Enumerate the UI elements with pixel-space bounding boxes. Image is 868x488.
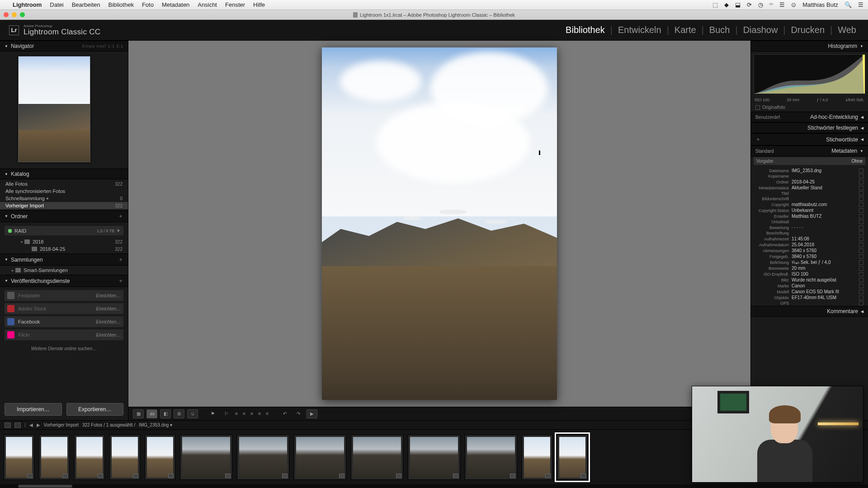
metadata-action-icon[interactable] <box>859 296 863 300</box>
metadata-action-icon[interactable] <box>859 191 863 196</box>
metadata-action-icon[interactable] <box>859 249 863 253</box>
setup-link[interactable]: Einrichten… <box>96 293 121 298</box>
quickdev-header[interactable]: Benutzerdef. Ad-hoc-Entwicklung◀ <box>751 112 868 122</box>
search-icon[interactable]: 🔍 <box>844 1 852 8</box>
module-web[interactable]: Web <box>835 25 859 35</box>
metadata-row[interactable]: MarkeCanon <box>751 283 868 289</box>
navigator-header[interactable]: ▼ Navigator Einpa Ausf 1:1 2:1 <box>0 41 128 52</box>
macos-menubar[interactable]: Lightroom Datei Bearbeiten Bibliothek Fo… <box>0 0 868 10</box>
histogram-header[interactable]: Histogramm▼ <box>751 41 868 52</box>
metadata-row[interactable]: Titel <box>751 191 868 196</box>
metadata-row[interactable]: Ortsdetail <box>751 219 868 225</box>
setup-link[interactable]: Einrichten… <box>96 306 121 311</box>
metadata-action-icon[interactable] <box>859 197 863 201</box>
loupe-view-button[interactable]: ▭ <box>146 409 157 418</box>
metadata-row[interactable]: Copyrightmatthiasbutz.com <box>751 202 868 207</box>
collection-row[interactable]: ▸ Smart-Sammlungen <box>0 267 128 274</box>
export-button[interactable]: Exportieren… <box>66 403 124 416</box>
rotate-ccw-icon[interactable]: ↶ <box>279 409 290 418</box>
filmstrip-source[interactable]: Vorheriger Import <box>44 422 79 427</box>
add-collection-icon[interactable]: ＋ <box>118 256 123 263</box>
metadata-action-icon[interactable] <box>859 260 863 265</box>
publish-service-row[interactable]: Adobe StockEinrichten… <box>5 303 123 314</box>
metadata-row[interactable]: Beschriftung <box>751 230 868 236</box>
menu-view[interactable]: Ansicht <box>198 1 217 8</box>
find-more-services-link[interactable]: Weitere Dienste online suchen… <box>0 343 128 354</box>
comments-header[interactable]: Kommentare◀ <box>751 306 868 317</box>
volume-bar[interactable]: RAID 1,5 / 8 TB ▾ <box>5 226 123 235</box>
keywordlist-header[interactable]: ＋ Stichwortliste◀ <box>751 133 868 145</box>
grid-view-button[interactable]: ▦ <box>133 409 144 418</box>
menu-help[interactable]: Hilfe <box>253 1 265 8</box>
metadata-action-icon[interactable] <box>859 254 863 259</box>
module-book[interactable]: Buch <box>707 25 733 35</box>
filmstrip-scrollbar[interactable] <box>0 484 868 488</box>
rating-stars[interactable]: ★ ★ ★ ★ ★ <box>234 411 270 417</box>
traffic-zoom-icon[interactable] <box>20 12 25 17</box>
metadata-row[interactable]: Bildunterschrift <box>751 196 868 202</box>
rotate-cw-icon[interactable]: ↷ <box>293 409 304 418</box>
wifi-icon[interactable]: ⌔ <box>769 1 773 8</box>
metadata-action-icon[interactable] <box>859 169 863 173</box>
filmstrip-thumb[interactable] <box>145 435 175 480</box>
metadata-action-icon[interactable] <box>859 180 863 184</box>
module-library[interactable]: Bibliothek <box>563 25 608 35</box>
menu-photo[interactable]: Foto <box>142 1 154 8</box>
metadata-row[interactable]: Ordner2018-04-25 <box>751 179 868 185</box>
metadata-action-icon[interactable] <box>859 278 863 282</box>
filmstrip-thumb[interactable] <box>237 435 289 480</box>
module-develop[interactable]: Entwickeln <box>615 25 664 35</box>
metadata-row[interactable]: Belichtung¹⁄₆₄₀ Sek. bei ƒ / 4,0 <box>751 259 868 265</box>
navigator-thumbnail[interactable] <box>18 56 90 162</box>
metadata-row[interactable]: Copyright-StatusUnbekannt <box>751 207 868 213</box>
metadata-action-icon[interactable] <box>859 202 863 207</box>
setup-link[interactable]: Einrichten… <box>96 319 121 324</box>
keywording-header[interactable]: Stichwörter festlegen◀ <box>751 122 868 133</box>
people-view-button[interactable]: ☺ <box>187 409 198 418</box>
nav-back-icon[interactable]: ◀ <box>29 422 33 427</box>
metadata-preset-select[interactable]: Vorgabe Ohne <box>754 157 865 165</box>
sync-icon[interactable]: ⟳ <box>747 1 752 8</box>
publish-service-row[interactable]: FacebookEinrichten… <box>5 316 123 327</box>
filmstrip-thumb[interactable] <box>74 435 105 480</box>
filmstrip-thumb[interactable] <box>351 435 403 480</box>
metadata-action-icon[interactable] <box>859 243 863 247</box>
catalog-row[interactable]: Alle synchronisierten Fotos <box>0 188 128 195</box>
metadata-action-icon[interactable] <box>859 220 863 224</box>
metadata-row[interactable]: ModellCanon EOS 5D Mark III <box>751 289 868 295</box>
metadata-action-icon[interactable] <box>859 290 863 294</box>
user-name[interactable]: Matthias Butz <box>802 1 838 8</box>
metadata-row[interactable]: Abmessungen3840 x 5760 <box>751 248 868 253</box>
metadata-header[interactable]: Standard Metadaten▼ <box>751 145 868 156</box>
metadata-row[interactable]: Aufnahmedatum25.04.2018 <box>751 242 868 248</box>
menu-library[interactable]: Bibliothek <box>108 1 134 8</box>
notification-icon[interactable]: ⊙ <box>791 1 796 8</box>
filmstrip-thumb[interactable] <box>557 435 588 480</box>
folder-row[interactable]: ▾2018322 <box>0 238 128 245</box>
flag-reject-icon[interactable]: ⚐ <box>221 409 231 418</box>
metadata-row[interactable]: Bewertung· · · · · <box>751 225 868 230</box>
traffic-close-icon[interactable] <box>4 12 9 17</box>
metadata-row[interactable]: ObjektivEF17-40mm f/4L USM <box>751 295 868 300</box>
filmstrip-thumb[interactable] <box>180 435 232 480</box>
metadata-action-icon[interactable] <box>859 174 863 178</box>
catalog-row[interactable]: Vorheriger Import322 <box>0 202 128 209</box>
filmstrip-thumb[interactable] <box>4 435 34 480</box>
chevron-down-icon[interactable]: ▾ <box>117 228 120 234</box>
metadata-row[interactable]: Kopiename <box>751 174 868 179</box>
compare-view-button[interactable]: ◧ <box>160 409 171 418</box>
nav-fwd-icon[interactable]: ▶ <box>37 422 40 427</box>
loupe-view[interactable] <box>128 41 750 407</box>
siri-icon[interactable]: ☰ <box>858 1 863 8</box>
survey-view-button[interactable]: ⊞ <box>174 409 184 418</box>
metadata-row[interactable]: Freigegeb.3840 x 5760 <box>751 253 868 259</box>
folders-header[interactable]: ▼Ordner ＋ <box>0 210 128 222</box>
flag-pick-icon[interactable]: ⚑ <box>207 409 218 418</box>
timemachine-icon[interactable]: ◷ <box>758 1 763 8</box>
metadata-action-icon[interactable] <box>859 231 863 235</box>
publish-service-row[interactable]: FestplatteEinrichten… <box>5 290 123 301</box>
metadata-action-icon[interactable] <box>859 208 863 213</box>
filmstrip-thumb[interactable] <box>109 435 140 480</box>
metadata-row[interactable]: ErstellerMatthias BUTZ <box>751 213 868 219</box>
metadata-action-icon[interactable] <box>859 272 863 277</box>
